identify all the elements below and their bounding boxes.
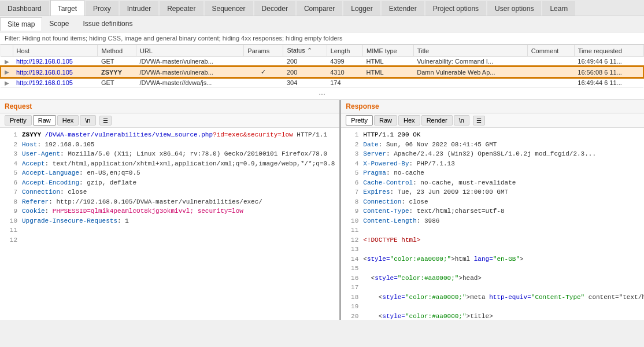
request-line: 7Connection: close: [5, 187, 335, 197]
row-url: /DVWA-master/vulnerab...: [136, 67, 243, 77]
response-line: 7Expires: Tue, 23 Jun 2009 12:00:00 GMT: [346, 187, 644, 197]
response-line: 16 <style="color:#aa0000;">head>: [346, 274, 644, 283]
filter-bar: Filter: Hiding not found items; hiding C…: [0, 32, 644, 45]
request-line: 6Accept-Encoding: gzip, deflate: [5, 178, 335, 188]
ellipsis: ···: [0, 88, 644, 99]
row-time: 16:56:08 6 11...: [574, 67, 643, 77]
row-comment: [527, 57, 574, 67]
table-row[interactable]: ▶ http://192.168.0.105 GET /DVWA-master/…: [1, 77, 643, 88]
response-menu-btn[interactable]: ☰: [473, 116, 485, 125]
row-comment: [527, 67, 574, 77]
tab-comparer[interactable]: Comparer: [297, 1, 342, 16]
row-length: 4310: [327, 67, 362, 77]
request-code-area[interactable]: 1ZSYYY /DVWA-master/vulnerabilities/view…: [0, 128, 339, 320]
tab-repeater[interactable]: Repeater: [160, 1, 203, 16]
tab-logger[interactable]: Logger: [343, 1, 380, 16]
col-status[interactable]: Status ⌃: [283, 45, 327, 57]
response-hex-btn[interactable]: Hex: [398, 115, 420, 125]
col-expand: [1, 45, 13, 57]
table-row[interactable]: ▶ http://192.168.0.105 ZSYYY /DVWA-maste…: [1, 67, 643, 77]
row-url: /DVWA-master//dvwa/js...: [136, 77, 243, 88]
row-status: 200: [283, 67, 327, 77]
sitemap-table: Host Method URL Params Status ⌃ Length M…: [0, 45, 644, 88]
tab-scope[interactable]: Scope: [42, 17, 76, 31]
row-length: 174: [327, 77, 362, 88]
response-toolbar: Pretty Raw Hex Render \n ☰: [341, 113, 644, 128]
row-title: Vulnerability: Command I...: [413, 57, 527, 67]
tab-dashboard[interactable]: Dashboard: [0, 1, 49, 16]
col-time[interactable]: Time requested: [574, 45, 643, 57]
tab-issue-definitions[interactable]: Issue definitions: [76, 17, 139, 31]
top-nav: Dashboard Target Proxy Intruder Repeater…: [0, 0, 644, 16]
response-line: 5Pragma: no-cache: [346, 168, 644, 178]
request-pretty-btn[interactable]: Pretty: [5, 115, 32, 125]
tab-extender[interactable]: Extender: [382, 1, 424, 16]
response-line: 3Server: Apache/2.4.23 (Win32) OpenSSL/1…: [346, 149, 644, 159]
response-line: 2Date: Sun, 06 Nov 2022 08:41:45 GMT: [346, 140, 644, 150]
request-line: 5Accept-Language: en-US,en;q=0.5: [5, 168, 335, 178]
row-title: Damn Vulnerable Web Ap...: [413, 67, 527, 77]
response-raw-btn[interactable]: Raw: [374, 115, 397, 125]
col-url[interactable]: URL: [136, 45, 243, 57]
response-line: 12<!DOCTYPE html>: [346, 235, 644, 245]
row-expand: ▶: [1, 77, 13, 88]
request-toolbar: Pretty Raw Hex \n ☰: [0, 113, 339, 128]
response-line: 18 <style="color:#aa0000;">meta http-equ…: [346, 293, 644, 302]
second-nav: Site map Scope Issue definitions: [0, 16, 644, 32]
tab-decoder[interactable]: Decoder: [254, 1, 295, 16]
request-ln-btn[interactable]: \n: [80, 115, 95, 125]
row-method: ZSYYY: [98, 67, 136, 77]
response-code-area[interactable]: 1HTTP/1.1 200 OK2Date: Sun, 06 Nov 2022 …: [341, 128, 644, 320]
response-panel: Response Pretty Raw Hex Render \n ☰ 1HTT…: [341, 100, 644, 320]
response-ln-btn[interactable]: \n: [454, 115, 469, 125]
response-line: 17: [346, 283, 644, 293]
tab-proxy[interactable]: Proxy: [86, 1, 119, 16]
col-length[interactable]: Length: [327, 45, 362, 57]
table-row[interactable]: ▶ http://192.168.0.105 GET /DVWA-master/…: [1, 57, 643, 67]
row-url: /DVWA-master/vulnerab...: [136, 57, 243, 67]
request-raw-btn[interactable]: Raw: [33, 115, 56, 125]
row-time: 16:49:44 6 11...: [574, 57, 643, 67]
tab-target[interactable]: Target: [50, 0, 84, 16]
response-line: 14<style="color:#aa0000;">html lang="en-…: [346, 254, 644, 264]
response-line: 8Connection: close: [346, 197, 644, 207]
col-comment[interactable]: Comment: [527, 45, 574, 57]
row-mime: [363, 77, 414, 88]
response-line: 9Content-Type: text/html;charset=utf-8: [346, 206, 644, 216]
request-hex-btn[interactable]: Hex: [57, 115, 79, 125]
tab-learn[interactable]: Learn: [542, 1, 575, 16]
response-render-btn[interactable]: Render: [421, 115, 453, 125]
row-host: http://192.168.0.105: [13, 57, 98, 67]
response-line: 11: [346, 226, 644, 235]
request-panel: Request Pretty Raw Hex \n ☰ 1ZSYYY /DVWA…: [0, 100, 341, 320]
row-host: http://192.168.0.105: [13, 67, 98, 77]
tab-sequencer[interactable]: Sequencer: [205, 1, 253, 16]
col-params[interactable]: Params: [244, 45, 283, 57]
row-method: GET: [98, 57, 136, 67]
request-line: 8Referer: http://192.168.0.105/DVWA-mast…: [5, 197, 335, 207]
response-line: 13: [346, 245, 644, 254]
row-params: ✓: [244, 67, 283, 77]
row-status: 304: [283, 77, 327, 88]
col-host[interactable]: Host: [13, 45, 98, 57]
request-line: 9Cookie: PHPSESSID=qlmik4peamlcOt8kjg3ok…: [5, 206, 335, 216]
tab-site-map[interactable]: Site map: [0, 17, 42, 31]
request-menu-btn[interactable]: ☰: [99, 116, 112, 125]
col-method[interactable]: Method: [98, 45, 136, 57]
response-pretty-btn[interactable]: Pretty: [346, 115, 373, 125]
response-line: 10Content-Length: 3986: [346, 216, 644, 226]
request-line: 1ZSYYY /DVWA-master/vulnerabilities/view…: [5, 130, 335, 140]
response-line: 1HTTP/1.1 200 OK: [346, 130, 644, 140]
tab-project-options[interactable]: Project options: [425, 1, 486, 16]
row-params: [244, 77, 283, 88]
tab-user-options[interactable]: User options: [487, 1, 541, 16]
col-mime[interactable]: MIME type: [363, 45, 414, 57]
req-resp-area: Request Pretty Raw Hex \n ☰ 1ZSYYY /DVWA…: [0, 100, 644, 320]
response-line: 4X-Powered-By: PHP/7.1.13: [346, 159, 644, 169]
sitemap-area: Host Method URL Params Status ⌃ Length M…: [0, 45, 644, 100]
response-line: 15: [346, 264, 644, 274]
col-title[interactable]: Title: [413, 45, 527, 57]
tab-intruder[interactable]: Intruder: [120, 1, 158, 16]
row-title: [413, 77, 527, 88]
row-expand: ▶: [1, 57, 13, 67]
